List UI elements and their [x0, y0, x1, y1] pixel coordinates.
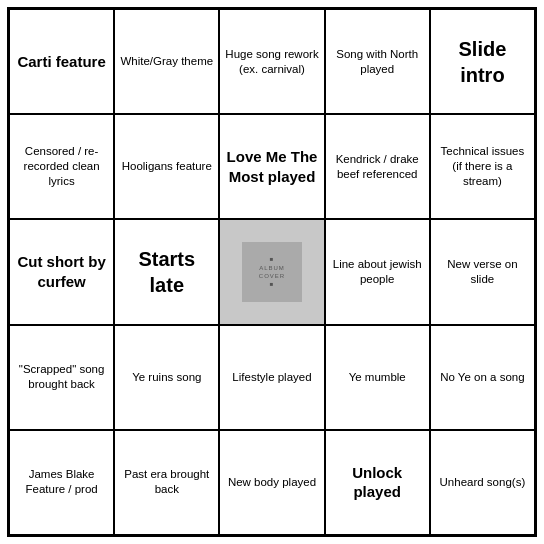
cell-text-r0c1: White/Gray theme	[120, 54, 213, 69]
cell-r0c1: White/Gray theme	[114, 9, 219, 114]
cell-text-r1c0: Censored / re-recorded clean lyrics	[14, 144, 109, 189]
cell-r1c0: Censored / re-recorded clean lyrics	[9, 114, 114, 219]
cell-text-r0c0: Carti feature	[17, 52, 105, 72]
cell-text-r1c4: Technical issues (if there is a stream)	[435, 144, 530, 189]
cell-r0c3: Song with North played	[325, 9, 430, 114]
cell-text-r3c3: Ye mumble	[349, 370, 406, 385]
cell-r3c0: "Scrapped" song brought back	[9, 325, 114, 430]
cell-text-r3c4: No Ye on a song	[440, 370, 524, 385]
bingo-board: Carti featureWhite/Gray themeHuge song r…	[7, 7, 537, 537]
cell-r0c2: Huge song rework (ex. carnival)	[219, 9, 324, 114]
cell-text-r4c0: James Blake Feature / prod	[14, 467, 109, 497]
cell-r0c4: Slide intro	[430, 9, 535, 114]
cell-text-r4c1: Past era brought back	[119, 467, 214, 497]
cell-text-r2c1: Starts late	[119, 246, 214, 298]
cell-r2c2: ■ALBUM COVER■	[219, 219, 324, 324]
cell-r2c0: Cut short by curfew	[9, 219, 114, 324]
cell-r2c3: Line about jewish people	[325, 219, 430, 324]
cell-text-r0c2: Huge song rework (ex. carnival)	[224, 47, 319, 77]
cell-r3c2: Lifestyle played	[219, 325, 324, 430]
cell-text-r2c0: Cut short by curfew	[14, 252, 109, 291]
cell-r1c1: Hooligans feature	[114, 114, 219, 219]
cell-r4c4: Unheard song(s)	[430, 430, 535, 535]
cell-r3c4: No Ye on a song	[430, 325, 535, 430]
cell-r1c2: Love Me The Most played	[219, 114, 324, 219]
cell-text-r4c3: Unlock played	[330, 463, 425, 502]
cell-r0c0: Carti feature	[9, 9, 114, 114]
cell-r4c0: James Blake Feature / prod	[9, 430, 114, 535]
cell-text-r1c3: Kendrick / drake beef referenced	[330, 152, 425, 182]
cell-text-r4c2: New body played	[228, 475, 316, 490]
cell-r2c1: Starts late	[114, 219, 219, 324]
cell-text-r0c3: Song with North played	[330, 47, 425, 77]
cell-r4c3: Unlock played	[325, 430, 430, 535]
cell-text-r4c4: Unheard song(s)	[440, 475, 526, 490]
cell-r3c3: Ye mumble	[325, 325, 430, 430]
cell-text-r1c2: Love Me The Most played	[224, 147, 319, 186]
cell-r1c4: Technical issues (if there is a stream)	[430, 114, 535, 219]
cell-r4c2: New body played	[219, 430, 324, 535]
cell-text-r3c0: "Scrapped" song brought back	[14, 362, 109, 392]
cell-r1c3: Kendrick / drake beef referenced	[325, 114, 430, 219]
cell-r4c1: Past era brought back	[114, 430, 219, 535]
cell-text-r1c1: Hooligans feature	[122, 159, 212, 174]
cell-text-r2c4: New verse on slide	[435, 257, 530, 287]
cell-r3c1: Ye ruins song	[114, 325, 219, 430]
cell-text-r0c4: Slide intro	[435, 36, 530, 88]
cell-r2c4: New verse on slide	[430, 219, 535, 324]
cell-text-r3c2: Lifestyle played	[232, 370, 311, 385]
cell-text-r3c1: Ye ruins song	[132, 370, 201, 385]
cell-text-r2c3: Line about jewish people	[330, 257, 425, 287]
